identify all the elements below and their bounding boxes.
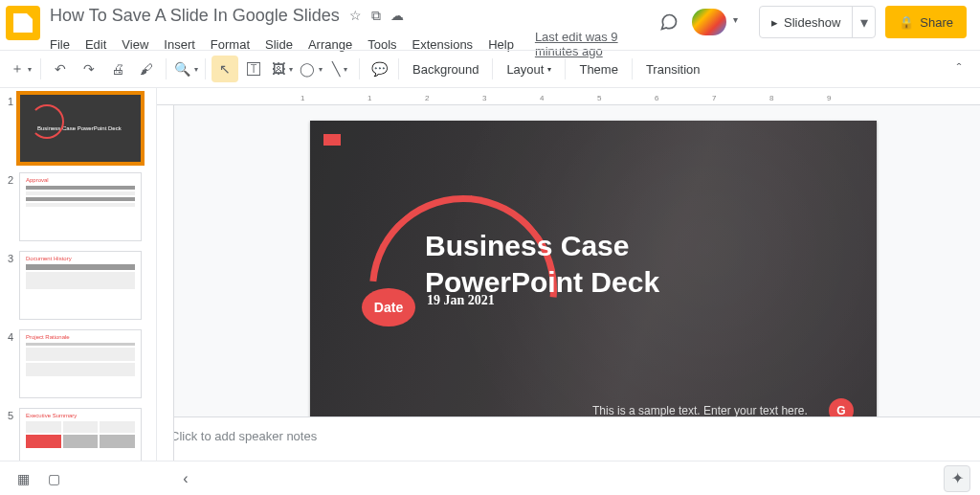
- separator: [492, 58, 493, 79]
- paint-format-button[interactable]: 🖌: [133, 56, 160, 82]
- star-icon[interactable]: ☆: [349, 8, 362, 24]
- cloud-icon[interactable]: ☁: [390, 8, 404, 24]
- background-button[interactable]: Background: [405, 56, 486, 82]
- workspace: 1 Business Case PowerPoint Deck 2 Approv…: [0, 88, 980, 461]
- print-button[interactable]: 🖨: [104, 56, 131, 82]
- explore-button[interactable]: ✦: [944, 465, 970, 492]
- layout-button[interactable]: Layout: [499, 56, 559, 82]
- shape-tool[interactable]: ◯: [298, 56, 324, 82]
- lock-icon: 🔒: [899, 15, 914, 30]
- slides-logo[interactable]: [6, 6, 40, 40]
- separator: [359, 58, 360, 79]
- slideshow-label: Slideshow: [784, 15, 840, 30]
- canvas-area: 1 1 2 3 4 5 6 7 8 9 Date Business CasePo…: [157, 88, 980, 461]
- slide-number: 2: [8, 172, 19, 241]
- share-button[interactable]: 🔒 Share: [885, 6, 967, 38]
- sample-text: This is a sample text. Enter your text h…: [592, 404, 808, 416]
- separator: [40, 58, 41, 79]
- slide-number: 1: [8, 94, 19, 163]
- slide-number: 4: [8, 329, 19, 398]
- grid-view-icon[interactable]: ▢: [40, 467, 67, 490]
- slideshow-dropdown[interactable]: ▾: [852, 7, 875, 37]
- thumb-title: Project Rationale: [26, 334, 135, 340]
- separator: [205, 58, 206, 79]
- document-title[interactable]: How To Save A Slide In Google Slides: [50, 6, 340, 26]
- slideshow-button[interactable]: ▸ Slideshow ▾: [759, 6, 876, 38]
- slide-thumb-2[interactable]: 2 Approval: [8, 172, 156, 241]
- transition-button[interactable]: Transition: [638, 56, 708, 82]
- filmstrip[interactable]: 1 Business Case PowerPoint Deck 2 Approv…: [0, 88, 157, 461]
- speaker-notes[interactable]: Click to add speaker notes: [157, 416, 980, 461]
- redo-button[interactable]: ↷: [76, 56, 102, 82]
- thumb-title: Approval: [26, 177, 135, 183]
- toolbar: ＋ ↶ ↷ 🖨 🖌 🔍 ↖ 🅃 🖼 ◯ ╲ 💬 Background Layou…: [0, 50, 980, 88]
- view-modes: ▦ ▢: [10, 467, 67, 490]
- thumb-title: Executive Summary: [26, 413, 135, 418]
- separator: [632, 58, 633, 79]
- undo-button[interactable]: ↶: [47, 56, 74, 82]
- select-tool[interactable]: ↖: [212, 56, 238, 82]
- textbox-tool[interactable]: 🅃: [240, 56, 267, 82]
- comment-button[interactable]: 💬: [366, 56, 392, 82]
- slide-thumb-3[interactable]: 3 Document History: [8, 251, 156, 320]
- move-icon[interactable]: ⧉: [371, 8, 381, 24]
- collapse-toolbar-icon[interactable]: ˆ: [946, 56, 972, 82]
- horizontal-ruler[interactable]: 1 1 2 3 4 5 6 7 8 9: [157, 88, 980, 105]
- header: How To Save A Slide In Google Slides ☆ ⧉…: [0, 0, 980, 50]
- zoom-button[interactable]: 🔍: [172, 56, 199, 82]
- current-slide[interactable]: Date Business CasePowerPoint Deck 19 Jan…: [310, 121, 877, 416]
- theme-button[interactable]: Theme: [571, 56, 625, 82]
- new-slide-button[interactable]: ＋: [8, 56, 34, 82]
- share-label: Share: [920, 15, 953, 30]
- filmstrip-view-icon[interactable]: ▦: [10, 467, 36, 490]
- image-tool[interactable]: 🖼: [269, 56, 296, 82]
- slide-thumb-4[interactable]: 4 Project Rationale: [8, 329, 156, 398]
- separator: [565, 58, 566, 79]
- play-icon: ▸: [771, 15, 778, 30]
- red-tag-shape: [323, 134, 341, 146]
- slide-number: 3: [8, 251, 19, 320]
- slide-title: Business CasePowerPoint Deck: [425, 228, 659, 300]
- thumb-title: Document History: [26, 256, 135, 261]
- editor-stage[interactable]: Date Business CasePowerPoint Deck 19 Jan…: [157, 105, 980, 416]
- slide-number: 5: [8, 408, 19, 461]
- slide-thumb-1[interactable]: 1 Business Case PowerPoint Deck: [8, 94, 156, 163]
- bottom-bar: ▦ ▢ ‹ ✦: [0, 461, 980, 495]
- date-pill: Date: [362, 288, 415, 326]
- slide-date: 19 Jan 2021: [427, 293, 495, 308]
- meet-icon[interactable]: [692, 9, 726, 35]
- collapse-filmstrip-icon[interactable]: ‹: [172, 467, 199, 490]
- separator: [166, 58, 167, 79]
- g-badge: G: [829, 398, 854, 416]
- comment-history-icon[interactable]: [656, 9, 682, 35]
- slide-thumb-5[interactable]: 5 Executive Summary: [8, 408, 156, 461]
- line-tool[interactable]: ╲: [326, 56, 353, 82]
- separator: [398, 58, 399, 79]
- header-right: ▸ Slideshow ▾ 🔒 Share: [656, 6, 967, 38]
